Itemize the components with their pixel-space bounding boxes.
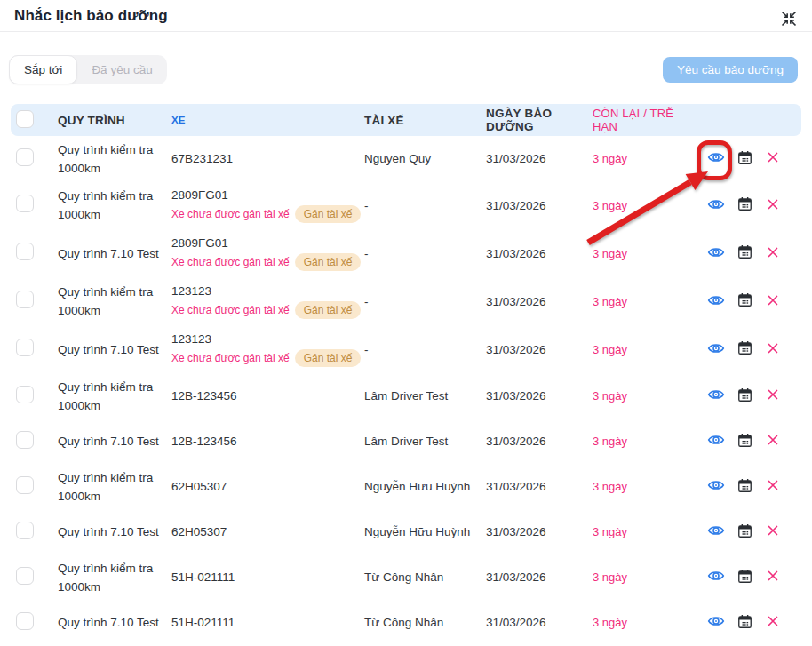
delete-button[interactable] <box>765 477 781 496</box>
collapse-button[interactable] <box>778 8 800 32</box>
table-row: Quy trình 7.10 Test 123123 Xe chưa được … <box>11 325 801 373</box>
schedule-button[interactable] <box>736 149 753 169</box>
delete-button[interactable] <box>765 613 781 632</box>
delete-button[interactable] <box>765 196 781 215</box>
x-icon <box>765 568 781 586</box>
delete-button[interactable] <box>765 387 781 405</box>
schedule-button[interactable] <box>736 195 753 215</box>
table-row: Quy trình kiểm tra 1000km 62H05307 Xe ch… <box>11 464 801 509</box>
eye-icon <box>707 195 725 216</box>
delete-button[interactable] <box>765 149 781 168</box>
schedule-button[interactable] <box>736 432 753 451</box>
vehicle-warning: Xe chưa được gán tài xế Gán tài xế <box>171 253 357 271</box>
maintenance-date: 31/03/2026 <box>486 480 593 493</box>
view-button[interactable] <box>707 148 725 169</box>
driver-name: - <box>364 199 486 212</box>
vehicle-warning: Xe chưa được gán tài xế Gán tài xế <box>171 301 357 319</box>
process-name: Quy trình 7.10 Test <box>58 613 171 632</box>
row-checkbox[interactable] <box>16 148 34 166</box>
x-icon <box>765 340 781 359</box>
driver-name: - <box>364 295 486 308</box>
schedule-button[interactable] <box>736 339 753 359</box>
row-checkbox[interactable] <box>16 339 34 356</box>
driver-name: Nguyen Quy <box>364 152 486 165</box>
tab-upcoming[interactable]: Sắp tới <box>9 55 77 84</box>
row-checkbox[interactable] <box>16 386 34 403</box>
assign-driver-badge[interactable]: Gán tài xế <box>295 253 362 271</box>
schedule-button[interactable] <box>736 291 753 311</box>
delete-button[interactable] <box>765 244 781 263</box>
delete-button[interactable] <box>765 292 781 311</box>
row-checkbox[interactable] <box>16 291 34 308</box>
x-icon <box>765 432 781 451</box>
process-name: Quy trình kiểm tra 1000km <box>58 378 171 415</box>
eye-icon <box>707 567 725 587</box>
view-button[interactable] <box>707 243 725 264</box>
schedule-button[interactable] <box>736 568 753 587</box>
table-row: Quy trình 7.10 Test 62H05307 Xe chưa đượ… <box>11 509 801 554</box>
vehicle-warning: Xe chưa được gán tài xế Gán tài xế <box>171 205 357 223</box>
view-button[interactable] <box>707 612 725 633</box>
x-icon <box>765 387 781 405</box>
row-checkbox[interactable] <box>16 567 34 585</box>
calendar-icon <box>736 522 753 542</box>
tab-group: Sắp tới Đã yêu cầu <box>9 55 167 84</box>
delete-button[interactable] <box>765 522 781 541</box>
view-button[interactable] <box>707 567 725 587</box>
eye-icon <box>707 243 725 264</box>
view-button[interactable] <box>707 386 725 406</box>
select-all-checkbox[interactable] <box>16 110 34 128</box>
delete-button[interactable] <box>765 568 781 586</box>
row-checkbox[interactable] <box>16 476 34 494</box>
view-button[interactable] <box>707 431 725 451</box>
schedule-button[interactable] <box>736 613 753 633</box>
process-name: Quy trình 7.10 Test <box>58 432 171 451</box>
maintenance-date: 31/03/2026 <box>486 389 593 403</box>
view-button[interactable] <box>707 339 725 360</box>
assign-driver-badge[interactable]: Gán tài xế <box>295 349 362 367</box>
remaining-days: 3 ngày <box>593 616 702 629</box>
maintenance-date: 31/03/2026 <box>486 247 593 260</box>
request-maintenance-button[interactable]: Yêu cầu bảo dưỡng <box>663 57 798 83</box>
row-checkbox[interactable] <box>16 431 34 449</box>
driver-name: - <box>364 247 486 260</box>
maintenance-reminder-modal: { "window": { "title": "Nhắc lịch bảo dư… <box>0 0 812 646</box>
row-checkbox[interactable] <box>16 612 34 630</box>
column-header-driver: TÀI XẾ <box>364 114 486 127</box>
view-button[interactable] <box>707 195 725 216</box>
view-button[interactable] <box>707 476 725 497</box>
process-name: Quy trình 7.10 Test <box>58 244 171 263</box>
delete-button[interactable] <box>765 340 781 359</box>
view-button[interactable] <box>707 522 725 542</box>
eye-icon <box>707 339 725 360</box>
schedule-button[interactable] <box>736 243 753 263</box>
driver-name: Từ Công Nhân <box>364 616 486 629</box>
page-title: Nhắc lịch bảo dưỡng <box>14 7 168 25</box>
view-button[interactable] <box>707 291 725 312</box>
row-checkbox[interactable] <box>16 522 34 539</box>
assign-driver-badge[interactable]: Gán tài xế <box>295 301 362 319</box>
collapse-arrows-icon <box>780 17 798 30</box>
process-name: Quy trình kiểm tra 1000km <box>58 559 171 596</box>
schedule-button[interactable] <box>736 387 753 406</box>
maintenance-date: 31/03/2026 <box>486 525 593 538</box>
row-checkbox[interactable] <box>16 243 34 260</box>
eye-icon <box>707 612 725 633</box>
delete-button[interactable] <box>765 432 781 451</box>
calendar-icon <box>736 387 753 406</box>
schedule-button[interactable] <box>736 522 753 542</box>
eye-icon <box>707 431 725 451</box>
x-icon <box>765 613 781 632</box>
schedule-button[interactable] <box>736 477 753 497</box>
tab-requested[interactable]: Đã yêu cầu <box>77 55 166 84</box>
assign-driver-badge[interactable]: Gán tài xế <box>295 205 362 223</box>
calendar-icon <box>736 613 753 633</box>
vehicle-plate: 12B-123456 <box>171 389 357 403</box>
maintenance-date: 31/03/2026 <box>486 570 593 584</box>
table-row: Quy trình kiểm tra 1000km 12B-123456 Xe … <box>11 373 801 419</box>
process-name: Quy trình kiểm tra 1000km <box>58 468 171 506</box>
row-checkbox[interactable] <box>16 195 34 212</box>
driver-name: Lâm Driver Test <box>364 435 486 448</box>
x-icon <box>765 244 781 263</box>
maintenance-date: 31/03/2026 <box>486 152 593 165</box>
